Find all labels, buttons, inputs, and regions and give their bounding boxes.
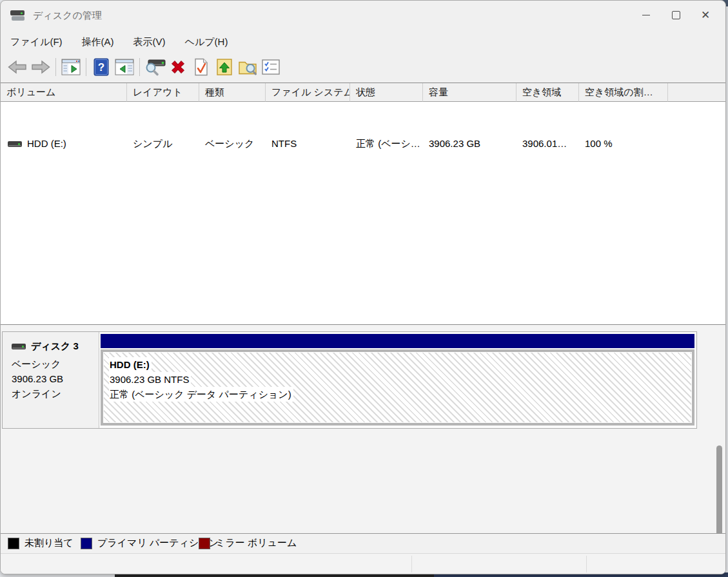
minimize-button[interactable] (631, 2, 661, 28)
toolbar-separator (139, 58, 140, 76)
cell-filesystem: NTFS (266, 130, 350, 158)
forward-button[interactable] (29, 57, 52, 77)
cell-volume: HDD (E:) (1, 130, 127, 158)
partition-color-strip (101, 334, 694, 348)
maximize-button[interactable] (661, 2, 691, 28)
column-header-filesystem[interactable]: ファイル システム (266, 83, 350, 102)
legend-bar: 未割り当て プライマリ パーティション ミラー ボリューム (1, 533, 726, 553)
folder-up-arrow-icon (216, 58, 233, 76)
column-header-blank[interactable] (668, 83, 726, 102)
window-title: ディスクの管理 (33, 10, 102, 22)
checklist-button[interactable] (259, 57, 282, 77)
folder-magnifier-icon (238, 58, 257, 76)
minimize-icon (642, 15, 650, 15)
back-icon (7, 59, 28, 75)
column-header-type[interactable]: 種類 (199, 83, 266, 102)
menubar: ファイル(F) 操作(A) 表示(V) ヘルプ(H) (1, 30, 725, 54)
forward-icon (30, 59, 51, 75)
close-button[interactable]: ✕ (691, 2, 720, 28)
folder-search-button[interactable] (236, 57, 259, 77)
legend-label-mirror: ミラー ボリューム (215, 537, 297, 549)
window-controls: ✕ (631, 2, 720, 28)
partition-status: 正常 (ベーシック データ パーティション) (109, 387, 293, 402)
partition-text: HDD (E:) 3906.23 GB NTFS 正常 (ベーシック データ パ… (109, 357, 293, 402)
toolbar: ? (1, 54, 725, 81)
disk-size: 3906.23 GB (12, 371, 99, 386)
volume-row-hdd-e[interactable]: HDD (E:) シンプル ベーシック NTFS 正常 (ベーシ… 3906.2… (1, 130, 726, 158)
show-console-tree-icon (61, 59, 81, 75)
cell-capacity: 3906.23 GB (423, 130, 516, 158)
titlebar[interactable]: ディスクの管理 ✕ (1, 1, 725, 30)
toolbar-separator (55, 58, 56, 76)
menu-action[interactable]: 操作(A) (82, 36, 114, 48)
disk-rescan-button[interactable] (143, 57, 166, 77)
status-divider (411, 556, 412, 572)
partition-body-selected[interactable]: HDD (E:) 3906.23 GB NTFS 正常 (ベーシック データ パ… (101, 349, 694, 425)
menu-file[interactable]: ファイル(F) (10, 36, 63, 48)
show-action-pane-icon (115, 59, 134, 75)
disk-management-app-icon (10, 8, 26, 23)
column-header-volume[interactable]: ボリューム (1, 83, 127, 102)
column-header-status[interactable]: 状態 (350, 83, 423, 102)
delete-x-icon (169, 58, 187, 76)
partition-title: HDD (E:) (109, 357, 152, 372)
disk3-label-panel[interactable]: ディスク 3 ベーシック 3906.23 GB オンライン (3, 332, 99, 428)
column-header-free-pct[interactable]: 空き領域の割… (579, 83, 668, 102)
show-action-pane-button[interactable] (113, 57, 136, 77)
cell-type: ベーシック (199, 130, 266, 158)
disk-name: ディスク 3 (31, 340, 79, 353)
disk-icon (12, 344, 26, 349)
cell-status: 正常 (ベーシ… (350, 130, 423, 158)
vertical-scrollbar-thumb[interactable] (716, 445, 722, 541)
verify-document-button[interactable] (190, 57, 213, 77)
volume-list-pane: ボリューム レイアウト 種類 ファイル システム 状態 容量 空き領域 空き領域… (1, 83, 726, 325)
column-header-free-space[interactable]: 空き領域 (516, 83, 579, 102)
drive-icon (8, 141, 22, 147)
status-bar (1, 553, 726, 574)
folder-up-button[interactable] (213, 57, 236, 77)
toolbar-separator (86, 58, 86, 76)
disk3-block: ディスク 3 ベーシック 3906.23 GB オンライン HDD (E:) 3… (2, 331, 697, 429)
partition-hdd-e[interactable]: HDD (E:) 3906.23 GB NTFS 正常 (ベーシック データ パ… (101, 334, 694, 425)
legend-label-unallocated: 未割り当て (25, 537, 74, 549)
screen: ディスクの管理 ✕ ファイル(F) 操作(A) 表示(V) ヘルプ(H) (0, 0, 728, 577)
disk-management-window: ディスクの管理 ✕ ファイル(F) 操作(A) 表示(V) ヘルプ(H) (0, 0, 726, 574)
cell-layout: シンプル (127, 130, 199, 158)
close-icon: ✕ (701, 10, 710, 21)
back-button[interactable] (6, 57, 29, 77)
delete-volume-button[interactable] (166, 57, 190, 77)
legend-swatch-primary (81, 538, 92, 549)
show-console-tree-button[interactable] (59, 57, 83, 77)
checklist-icon (262, 59, 280, 75)
cell-free-space: 3906.01… (516, 130, 579, 158)
column-header-capacity[interactable]: 容量 (423, 83, 516, 102)
disk-status: オンライン (12, 386, 99, 401)
svg-text:?: ? (98, 61, 104, 73)
graphical-view-pane: ディスク 3 ベーシック 3906.23 GB オンライン HDD (E:) 3… (1, 325, 726, 533)
help-icon: ? (93, 58, 109, 76)
volume-name: HDD (E:) (27, 130, 66, 158)
disk-type: ベーシック (12, 357, 99, 371)
legend-swatch-unallocated (8, 538, 19, 549)
disk-magnifier-icon (144, 58, 166, 76)
status-divider (586, 556, 587, 572)
legend-unallocated: 未割り当て (8, 537, 74, 549)
menu-help[interactable]: ヘルプ(H) (185, 36, 228, 48)
volume-list-header: ボリューム レイアウト 種類 ファイル システム 状態 容量 空き領域 空き領域… (1, 83, 726, 102)
document-check-icon (193, 58, 209, 76)
maximize-icon (672, 11, 680, 19)
legend-swatch-mirror (199, 538, 210, 549)
help-button[interactable]: ? (90, 57, 113, 77)
column-header-layout[interactable]: レイアウト (127, 83, 199, 102)
cell-free-pct: 100 % (579, 130, 668, 158)
menu-view[interactable]: 表示(V) (133, 36, 166, 48)
legend-mirror-volume: ミラー ボリューム (199, 537, 297, 549)
legend-primary-partition: プライマリ パーティション (81, 537, 219, 549)
partition-detail: 3906.23 GB NTFS (109, 372, 191, 387)
partition-hatch: HDD (E:) 3906.23 GB NTFS 正常 (ベーシック データ パ… (103, 352, 692, 423)
